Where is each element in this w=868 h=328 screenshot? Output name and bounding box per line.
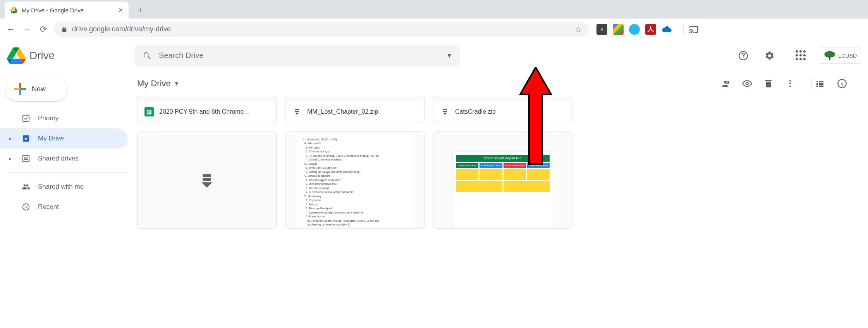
svg-rect-29 xyxy=(203,174,211,177)
file-card[interactable]: CatsCradle.zip xyxy=(433,96,572,123)
file-card[interactable]: MM_Lost_Chapter_02.zip xyxy=(285,96,425,123)
main-content: My Drive ▼ xyxy=(128,71,868,328)
more-actions-button[interactable] xyxy=(785,79,807,88)
svg-point-16 xyxy=(724,81,726,83)
search-dropdown-icon[interactable]: ▼ xyxy=(446,52,452,59)
svg-point-20 xyxy=(789,85,791,87)
tab-title: My Drive - Google Drive xyxy=(22,7,114,14)
svg-rect-10 xyxy=(829,56,830,60)
sidebar-item-recent[interactable]: ▸ Recent xyxy=(0,197,128,217)
extension-icon[interactable]: ♀ xyxy=(596,24,607,35)
slide-title: Chromebook Repair Pro xyxy=(456,155,550,162)
zip-icon xyxy=(292,107,302,116)
extensions-row: ♀ 人 xyxy=(596,24,672,35)
shared-drives-icon xyxy=(22,154,30,163)
extension-icon[interactable]: 人 xyxy=(645,24,656,35)
svg-point-13 xyxy=(24,157,26,159)
chevron-down-icon: ▼ xyxy=(174,80,179,87)
chevron-right-icon[interactable]: ▸ xyxy=(9,156,14,161)
file-preview xyxy=(433,96,572,101)
sidebar-item-priority[interactable]: ▸ Priority xyxy=(0,108,128,128)
content-toolbar: My Drive ▼ xyxy=(128,71,868,96)
browser-tab[interactable]: My Drive - Google Drive ✕ xyxy=(5,2,129,19)
svg-rect-11 xyxy=(23,115,29,122)
help-icon[interactable] xyxy=(738,51,757,61)
svg-rect-24 xyxy=(295,111,299,112)
reload-button[interactable]: ⟳ xyxy=(38,24,49,34)
sidebar-item-label: Shared drives xyxy=(38,155,79,162)
view-list-button[interactable] xyxy=(815,79,837,88)
new-button[interactable]: New xyxy=(5,77,67,101)
svg-rect-23 xyxy=(295,109,299,110)
product-name: Drive xyxy=(29,50,55,62)
sidebar-item-shared-drives[interactable]: ▸ Shared drives xyxy=(0,149,128,169)
sidebar-item-label: Shared with me xyxy=(38,183,84,191)
sidebar-item-shared-with-me[interactable]: ▸ Shared with me xyxy=(0,177,128,197)
svg-marker-25 xyxy=(295,113,299,115)
sidebar-item-my-drive[interactable]: ▸ My Drive xyxy=(0,128,128,149)
browser-tab-strip: My Drive - Google Drive ✕ + xyxy=(0,0,868,19)
apps-grid-icon[interactable] xyxy=(796,50,806,61)
preview-button[interactable] xyxy=(742,79,764,89)
file-name: MM_Lost_Chapter_02.zip xyxy=(307,108,417,115)
new-tab-button[interactable]: + xyxy=(132,2,148,18)
org-logo-icon xyxy=(823,50,836,61)
account-label: LCUSD xyxy=(839,53,857,59)
file-card[interactable] xyxy=(137,132,277,229)
file-card[interactable]: ▦ 2020 PCY 5th and 6th Chrome… xyxy=(137,96,277,123)
drive-header: Drive ▼ LCUSD xyxy=(0,40,868,71)
file-preview xyxy=(285,96,424,101)
svg-point-17 xyxy=(746,82,749,85)
share-button[interactable] xyxy=(720,79,742,88)
priority-icon xyxy=(22,114,30,123)
cast-icon[interactable] xyxy=(683,25,698,34)
file-card[interactable]: I. Introduction [12:45 - 1:00] A. Who am… xyxy=(285,132,425,229)
file-card[interactable]: Chromebook Repair Pro District-owned Dev… xyxy=(433,132,572,229)
shared-with-me-icon xyxy=(22,183,30,191)
file-preview xyxy=(138,96,276,101)
browser-toolbar: ← → ⟳ drive.google.com/drive/my-drive ☆ … xyxy=(0,19,868,40)
zip-icon xyxy=(440,107,450,116)
svg-point-14 xyxy=(26,157,28,159)
sidebar-item-label: Recent xyxy=(38,203,59,211)
file-name: 2020 PCY 5th and 6th Chrome… xyxy=(159,108,269,115)
svg-rect-27 xyxy=(443,111,447,112)
details-button[interactable] xyxy=(837,79,859,89)
drive-logo[interactable]: Drive xyxy=(7,47,127,64)
file-preview: Chromebook Repair Pro District-owned Dev… xyxy=(433,132,572,229)
back-button[interactable]: ← xyxy=(5,24,16,34)
svg-rect-30 xyxy=(203,178,211,181)
search-input[interactable] xyxy=(159,51,439,60)
sidebar: New ▸ Priority ▸ My Drive ▸ Shared drive… xyxy=(0,71,128,328)
extension-icon[interactable] xyxy=(629,24,640,35)
search-bar[interactable]: ▼ xyxy=(135,45,460,67)
svg-point-19 xyxy=(789,83,791,84)
url-text: drive.google.com/drive/my-drive xyxy=(72,25,570,33)
account-switcher[interactable]: LCUSD xyxy=(819,48,861,64)
tab-close-icon[interactable]: ✕ xyxy=(118,7,123,14)
svg-marker-2 xyxy=(15,7,18,11)
file-preview: I. Introduction [12:45 - 1:00] A. Who am… xyxy=(285,132,424,229)
sidebar-item-label: My Drive xyxy=(38,135,64,142)
delete-button[interactable] xyxy=(764,79,785,88)
new-button-label: New xyxy=(32,85,46,93)
svg-rect-12 xyxy=(23,155,29,162)
address-bar[interactable]: drive.google.com/drive/my-drive ☆ xyxy=(54,22,589,37)
svg-marker-31 xyxy=(201,182,212,188)
svg-point-8 xyxy=(743,57,743,58)
breadcrumb[interactable]: My Drive ▼ xyxy=(137,79,179,89)
extension-icon[interactable] xyxy=(613,24,624,35)
breadcrumb-label: My Drive xyxy=(137,79,171,89)
settings-gear-icon[interactable] xyxy=(765,51,783,61)
svg-marker-28 xyxy=(443,113,447,115)
bookmark-star-icon[interactable]: ☆ xyxy=(575,25,582,34)
forward-button[interactable]: → xyxy=(22,24,33,34)
chevron-right-icon[interactable]: ▸ xyxy=(9,136,14,141)
sheets-icon: ▦ xyxy=(144,107,154,116)
file-preview xyxy=(138,132,276,229)
svg-rect-26 xyxy=(443,109,447,110)
sidebar-item-label: Priority xyxy=(38,114,58,122)
extension-onedrive-icon[interactable] xyxy=(662,24,672,35)
download-icon xyxy=(199,172,215,188)
svg-point-18 xyxy=(789,80,791,82)
